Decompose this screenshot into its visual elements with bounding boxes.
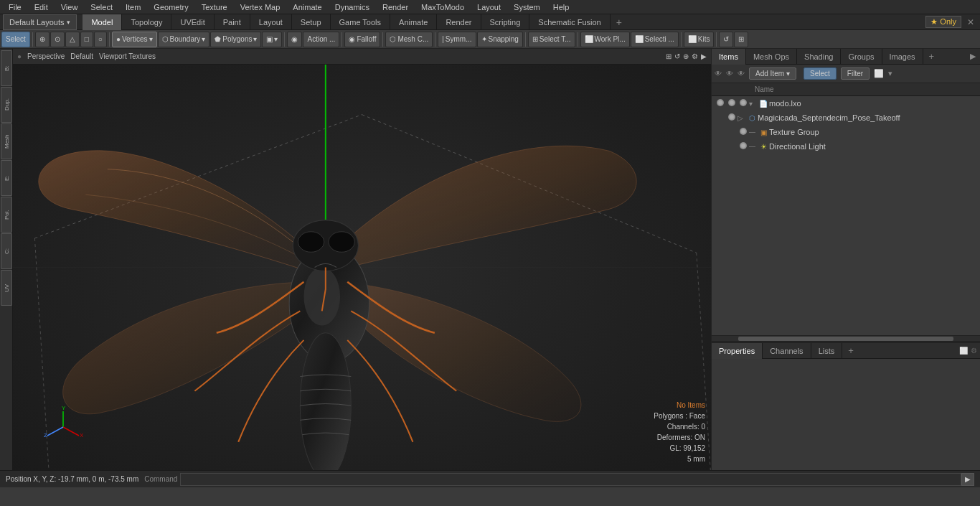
menu-select[interactable]: Select: [85, 0, 118, 14]
circle-button[interactable]: ○: [94, 32, 107, 47]
right-select-button[interactable]: Select: [804, 67, 837, 80]
command-input[interactable]: [180, 473, 961, 486]
tab-more-icon[interactable]: ▶: [966, 52, 980, 61]
resize-expand-icon[interactable]: ⬜: [959, 347, 968, 355]
sidebar-btn-uv[interactable]: UV: [1, 270, 12, 306]
menu-file[interactable]: File: [3, 0, 27, 14]
tab-scripting[interactable]: Scripting: [481, 14, 530, 30]
menu-geometry[interactable]: Geometry: [148, 0, 194, 14]
viewport-canvas[interactable]: Y X Z No Items Polygons : Face Channels:…: [13, 65, 711, 470]
tab-game-tools[interactable]: Game Tools: [331, 14, 391, 30]
snapping-button[interactable]: ✦ Snapping: [477, 32, 523, 47]
layout-close-icon[interactable]: ✕: [964, 17, 977, 27]
sidebar-btn-c[interactable]: C:: [1, 233, 12, 269]
item-magicicada[interactable]: ▷ ⬡ Magicicada_Septendecim_Pose_Takeoff: [712, 111, 980, 125]
menu-layout[interactable]: Layout: [471, 0, 507, 14]
tab-render[interactable]: Render: [437, 14, 481, 30]
viewport-fit-icon[interactable]: ⊞: [666, 52, 672, 60]
item-modo-lxo[interactable]: ▾ 📄 modo.lxo: [712, 96, 980, 111]
add-item-button[interactable]: Add Item ▾: [749, 67, 796, 80]
menu-help[interactable]: Help: [547, 0, 575, 14]
filter-button[interactable]: Filter: [841, 67, 870, 80]
tab-channels[interactable]: Channels: [763, 343, 811, 359]
menu-item[interactable]: Item: [120, 0, 146, 14]
selecti-button[interactable]: ⬜ Selecti ...: [631, 32, 679, 47]
tab-images[interactable]: Images: [882, 49, 923, 65]
tab-layout[interactable]: Layout: [250, 14, 292, 30]
eye-modo-icon2[interactable]: [726, 99, 738, 108]
falloff-button[interactable]: ◉ Falloff: [344, 32, 380, 47]
menu-view[interactable]: View: [55, 0, 84, 14]
reset-view-button[interactable]: ↺: [719, 32, 733, 47]
viewport-default[interactable]: Default: [70, 52, 93, 60]
tab-properties[interactable]: Properties: [712, 343, 763, 359]
shape-button[interactable]: ▣ ▾: [262, 32, 282, 47]
symm-button[interactable]: | Symm...: [438, 32, 476, 47]
eye-tex-icon[interactable]: [738, 128, 749, 136]
menu-maxtomodo[interactable]: MaxToModo: [415, 0, 470, 14]
menu-texture[interactable]: Texture: [196, 0, 233, 14]
command-go-button[interactable]: ▶: [961, 473, 974, 486]
sidebar-btn-b[interactable]: B:: [1, 50, 12, 86]
viewport-play-icon[interactable]: ▶: [701, 52, 707, 60]
grid-button[interactable]: ⊞: [734, 32, 748, 47]
origin-button[interactable]: ⊕: [35, 32, 50, 47]
menu-vertex-map[interactable]: Vertex Map: [235, 0, 286, 14]
tab-model[interactable]: Model: [83, 14, 122, 30]
viewport-plus-icon[interactable]: ⊕: [683, 52, 689, 60]
transform-button[interactable]: △: [65, 32, 80, 47]
items-scrollbar[interactable]: [712, 335, 980, 341]
viewport-perspective[interactable]: Perspective: [27, 52, 65, 60]
expand-tex-icon[interactable]: —: [749, 128, 758, 136]
viewport-rotate-icon[interactable]: ↺: [674, 52, 680, 60]
menu-system[interactable]: System: [508, 0, 546, 14]
star-only-button[interactable]: ★ Only: [925, 16, 961, 28]
work-pl-button[interactable]: ⬜ Work Pl...: [580, 32, 630, 47]
tab-uvedit[interactable]: UVEdit: [171, 14, 214, 30]
eye-mag-icon[interactable]: [726, 113, 738, 122]
sidebar-btn-e[interactable]: E:: [1, 160, 12, 196]
sidebar-btn-dup[interactable]: Dup.: [1, 87, 12, 123]
tab-lists[interactable]: Lists: [811, 343, 843, 359]
expand-modo-icon[interactable]: ▾: [749, 100, 758, 108]
resize-gear-icon[interactable]: ⚙: [971, 347, 977, 355]
select-mode-button[interactable]: Select: [1, 32, 30, 47]
select-t-button[interactable]: ⊞ Select T...: [528, 32, 575, 47]
snap-button[interactable]: ⊙: [50, 32, 65, 47]
item-directional-light[interactable]: — ☀ Directional Light: [712, 139, 980, 154]
menu-animate[interactable]: Animate: [287, 0, 327, 14]
tab-schematic-fusion[interactable]: Schematic Fusion: [529, 14, 610, 30]
eye-modo-icon[interactable]: [715, 99, 726, 108]
eye-modo-icon3[interactable]: [738, 99, 749, 108]
tab-setup[interactable]: Setup: [292, 14, 331, 30]
expand-icon[interactable]: ⬜: [874, 69, 884, 78]
polygons-button[interactable]: ⬟ Polygons ▾: [210, 32, 261, 47]
item-texture-group[interactable]: — ▣ Texture Group: [712, 125, 980, 139]
menu-render[interactable]: Render: [377, 0, 414, 14]
tab-mesh-ops[interactable]: Mesh Ops: [746, 49, 797, 65]
mesh-c-button[interactable]: ⬡ Mesh C...: [385, 32, 433, 47]
tab-add-button[interactable]: +: [925, 51, 939, 62]
menu-dynamics[interactable]: Dynamics: [329, 0, 375, 14]
viewport-textures[interactable]: Viewport Textures: [99, 52, 156, 60]
viewport-gear-icon[interactable]: ⚙: [692, 52, 698, 60]
box-button[interactable]: □: [80, 32, 93, 47]
kits-button[interactable]: ⬜ Kits: [684, 32, 715, 47]
tab-topology[interactable]: Topology: [122, 14, 171, 30]
more-icon[interactable]: ▾: [888, 69, 892, 78]
tab-animate[interactable]: Animate: [390, 14, 437, 30]
tab-add-icon[interactable]: +: [611, 14, 628, 30]
action-icon-button[interactable]: ◉: [287, 32, 302, 47]
tab-items[interactable]: Items: [712, 49, 746, 65]
sidebar-btn-pol[interactable]: Pol.: [1, 197, 12, 233]
tab-paint[interactable]: Paint: [215, 14, 250, 30]
expand-mag-icon[interactable]: ▷: [738, 114, 746, 122]
sidebar-btn-mesh[interactable]: Mesh: [1, 123, 12, 159]
tab-shading[interactable]: Shading: [797, 49, 841, 65]
vertices-button[interactable]: ● Vertices ▾: [112, 32, 157, 47]
expand-light-icon[interactable]: —: [749, 143, 758, 150]
layout-dropdown[interactable]: Default Layouts ▾: [3, 14, 77, 30]
tab-groups[interactable]: Groups: [841, 49, 882, 65]
boundary-button[interactable]: ⬡ Boundary ▾: [158, 32, 210, 47]
eye-light-icon[interactable]: [738, 142, 749, 151]
